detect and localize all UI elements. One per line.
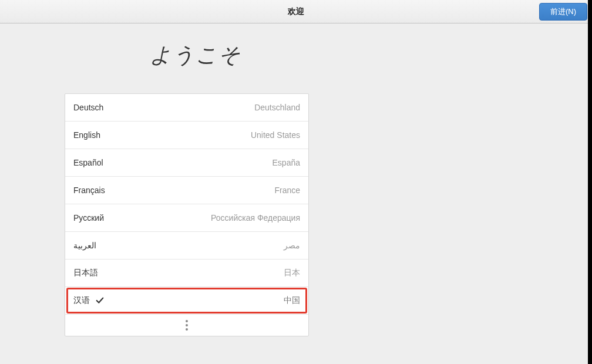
- language-row-english[interactable]: English United States: [65, 122, 308, 149]
- next-button-label: 前进(N): [550, 6, 576, 17]
- header-title: 欢迎: [288, 6, 304, 17]
- language-row-arabic[interactable]: العربية مصر: [65, 232, 308, 259]
- next-button[interactable]: 前进(N): [539, 3, 587, 21]
- check-icon: [96, 296, 104, 305]
- language-row-espanol[interactable]: Español España: [65, 149, 308, 177]
- language-name: Русский: [73, 213, 104, 223]
- welcome-title: ようこそ: [150, 41, 592, 70]
- language-region: 日本: [284, 268, 300, 278]
- language-name: English: [73, 130, 100, 140]
- language-row-russian[interactable]: Русский Российская Федерация: [65, 204, 308, 232]
- language-list: Deutsch Deutschland English United State…: [65, 93, 309, 336]
- right-edge-border: [588, 0, 592, 364]
- content-area: ようこそ Deutsch Deutschland English United …: [0, 23, 592, 336]
- more-languages-button[interactable]: [65, 315, 308, 336]
- language-row-chinese[interactable]: 汉语 中国: [65, 287, 308, 315]
- language-region: Deutschland: [254, 103, 300, 112]
- language-row-japanese[interactable]: 日本語 日本: [65, 259, 308, 287]
- language-name-text: 汉语: [73, 295, 90, 306]
- language-region: مصر: [284, 241, 300, 250]
- language-name: Deutsch: [73, 103, 103, 112]
- language-name: 日本語: [73, 268, 98, 278]
- language-region: United States: [251, 130, 300, 140]
- language-region: France: [274, 186, 300, 195]
- language-row-deutsch[interactable]: Deutsch Deutschland: [65, 94, 308, 122]
- language-name: العربية: [73, 241, 96, 250]
- language-region: España: [273, 158, 300, 167]
- language-name: Français: [73, 186, 105, 195]
- language-row-francais[interactable]: Français France: [65, 177, 308, 204]
- language-region: Российская Федерация: [211, 213, 300, 223]
- more-icon: [186, 320, 188, 331]
- language-name: 汉语: [73, 295, 104, 306]
- language-region: 中国: [284, 295, 300, 306]
- header-bar: 欢迎 前进(N): [0, 0, 592, 23]
- language-name: Español: [73, 158, 103, 167]
